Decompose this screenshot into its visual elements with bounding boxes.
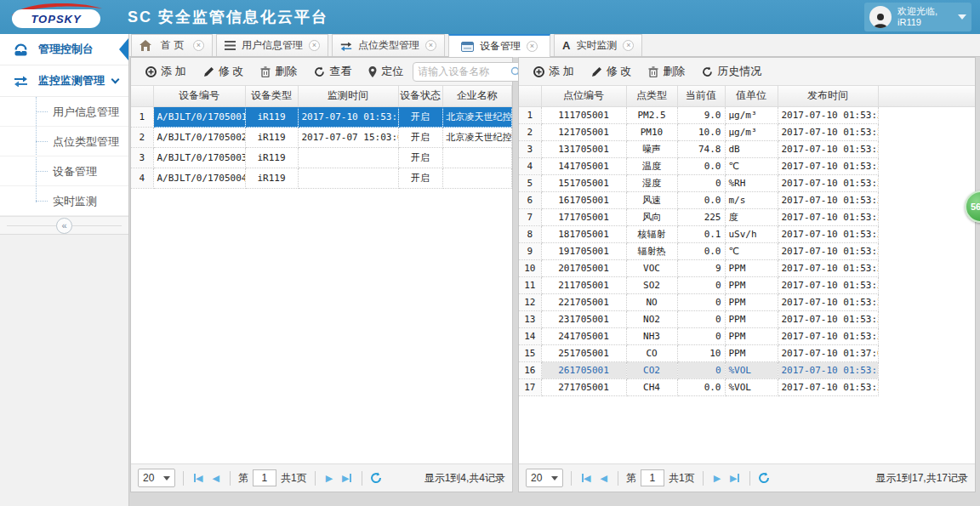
col-company[interactable]: 企业名称 (442, 86, 512, 106)
page-size-select[interactable]: 20 (526, 469, 563, 487)
point-panel: 添 加 修 改 删除 历史情况 (518, 57, 976, 492)
first-page-button[interactable]: ◀ (579, 473, 593, 484)
sidebar-item-monitor-mgmt[interactable]: 监控监测管理 (0, 65, 128, 97)
sidebar-item-realtime[interactable]: 实时监测 (0, 186, 128, 216)
table-row[interactable]: 13231705001NO20PPM2017-07-10 01:53:22 (519, 310, 975, 327)
last-page-button[interactable]: ▶ (727, 473, 741, 484)
table-row[interactable]: 17271705001CH40.0%VOL2017-07-10 01:53:21 (519, 378, 975, 395)
user-menu[interactable]: 欢迎光临, iR119 (864, 3, 971, 31)
table-row[interactable]: 5151705001湿度0%RH2017-07-10 01:53:22 (519, 174, 975, 191)
table-row[interactable]: 4141705001温度0.0℃2017-07-10 01:53:22 (519, 157, 975, 174)
col-current-value[interactable]: 当前值 (677, 86, 725, 106)
button-label: 添 加 (161, 64, 186, 79)
button-label: 删除 (663, 64, 685, 79)
list-icon (225, 41, 236, 50)
close-icon[interactable]: × (623, 40, 634, 51)
col-unit[interactable]: 值单位 (725, 86, 778, 106)
table-cell: %VOL (725, 361, 778, 378)
sidebar: 管理控制台 监控监测管理 用户信息管理 点位类型管理 设备管理 实时监测 « (0, 34, 129, 506)
delete-button[interactable]: 删除 (641, 60, 692, 82)
history-button[interactable]: 历史情况 (694, 60, 769, 82)
view-button[interactable]: 查看 (306, 60, 359, 82)
tab-point-type[interactable]: 点位类型管理 × (332, 34, 445, 56)
avatar (869, 6, 892, 28)
next-page-button[interactable]: ▶ (711, 473, 723, 484)
table-row[interactable]: 3131705001噪声74.8dB2017-07-10 01:53:22 (519, 140, 975, 157)
table-cell: 131705001 (541, 140, 626, 157)
page-number-input[interactable] (253, 469, 276, 486)
table-row[interactable]: 8181705001核辐射0.1uSv/h2017-07-10 01:53:21 (519, 225, 975, 242)
table-cell: 2017-07-10 01:53:21 (778, 208, 878, 225)
locate-button[interactable]: 定位 (361, 60, 411, 82)
col-monitor-time[interactable]: 监测时间 (298, 86, 398, 106)
table-row[interactable]: 11211705001SO20PPM2017-07-10 01:53:22 (519, 276, 975, 293)
table-cell: iR119 (245, 147, 298, 168)
col-point-type[interactable]: 点类型 (626, 86, 677, 106)
col-device-status[interactable]: 设备状态 (398, 86, 442, 106)
table-cell: 0.0 (677, 157, 725, 174)
add-button[interactable]: 添 加 (526, 60, 582, 82)
last-page-button[interactable]: ▶ (339, 473, 353, 484)
close-icon[interactable]: × (309, 40, 320, 51)
table-cell: 2017-07-10 01:53:21 (778, 123, 878, 140)
first-page-button[interactable]: ◀ (191, 473, 205, 484)
search-input[interactable] (418, 65, 510, 77)
table-row[interactable]: 4A/BJLT/0/1705004iR119开启 (131, 168, 512, 188)
sidebar-collapse-strip[interactable]: « (0, 216, 128, 235)
table-cell: 2017-07-10 01:53:22 (778, 361, 878, 378)
col-device-id[interactable]: 设备编号 (153, 86, 245, 106)
col-publish-time[interactable]: 发布时间 (778, 86, 878, 106)
delete-button[interactable]: 删除 (253, 60, 305, 82)
refresh-button[interactable] (370, 472, 382, 484)
table-cell: %RH (725, 174, 778, 191)
collapse-icon[interactable]: « (56, 218, 72, 234)
page-size-select[interactable]: 20 (138, 469, 175, 487)
tab-user-info[interactable]: 用户信息管理 × (216, 34, 328, 56)
tab-realtime[interactable]: A 实时监测 × (554, 34, 642, 56)
row-number: 16 (519, 361, 541, 378)
next-page-button[interactable]: ▶ (323, 473, 335, 484)
dashboard-icon (14, 43, 28, 57)
prev-page-button[interactable]: ◀ (597, 473, 609, 484)
table-row[interactable]: 15251705001CO10PPM2017-07-10 01:37:01 (519, 344, 975, 361)
table-row[interactable]: 3A/BJLT/0/1705003iR119开启 (131, 147, 512, 168)
refresh-button[interactable] (758, 472, 770, 484)
table-cell: 191705001 (541, 242, 626, 259)
col-device-type[interactable]: 设备类型 (245, 86, 298, 106)
table-cell: CO (626, 344, 677, 361)
table-row[interactable]: 9191705001辐射热0.0℃2017-07-10 01:53:21 (519, 242, 975, 259)
close-icon[interactable]: × (425, 40, 436, 51)
table-row[interactable]: 7171705001风向225度2017-07-10 01:53:21 (519, 208, 975, 225)
table-row[interactable]: 12221705001NO0PPM2017-07-10 01:53:21 (519, 293, 975, 310)
col-point-id[interactable]: 点位编号 (541, 86, 626, 106)
table-row[interactable]: 6161705001风速0.0m/s2017-07-10 01:53:21 (519, 191, 975, 208)
close-icon[interactable]: × (527, 41, 538, 52)
table-row[interactable]: 16261705001CO20%VOL2017-07-10 01:53:22 (519, 361, 975, 378)
table-row[interactable]: 1111705001PM2.59.0μg/m³2017-07-10 01:53:… (519, 106, 975, 123)
sidebar-item-console[interactable]: 管理控制台 (0, 34, 128, 65)
table-cell: A/BJLT/0/1705004 (153, 168, 245, 188)
close-icon[interactable]: × (193, 40, 204, 51)
tab-home[interactable]: 首 页 × (131, 34, 213, 56)
table-row[interactable]: 14241705001NH30PPM2017-07-10 01:53:21 (519, 327, 975, 344)
table-row[interactable]: 10201705001VOC9PPM2017-07-10 01:53:22 (519, 259, 975, 276)
table-row[interactable]: 2121705001PM1010.0μg/m³2017-07-10 01:53:… (519, 123, 975, 140)
prev-page-button[interactable]: ◀ (209, 473, 221, 484)
edit-button[interactable]: 修 改 (584, 60, 640, 82)
tab-label: 用户信息管理 (242, 38, 303, 53)
button-label: 添 加 (549, 64, 574, 79)
table-cell: 2017-07-10 01:53:22 (778, 310, 878, 327)
page-number-input[interactable] (641, 469, 664, 486)
table-row[interactable]: 1A/BJLT/0/1705001iR1192017-07-10 01:53:2… (131, 106, 512, 127)
table-cell: 开启 (398, 106, 442, 127)
button-label: 修 改 (219, 64, 244, 79)
table-row[interactable]: 2A/BJLT/0/1705002iR1192017-07-07 15:03:0… (131, 127, 512, 147)
table-cell: iR119 (245, 127, 298, 147)
tab-device-mgmt[interactable]: 设备管理 × (448, 34, 550, 57)
edit-button[interactable]: 修 改 (196, 60, 252, 82)
sidebar-item-user-info[interactable]: 用户信息管理 (0, 97, 128, 127)
sidebar-item-device-mgmt[interactable]: 设备管理 (0, 156, 128, 186)
row-number: 2 (519, 123, 541, 140)
add-button[interactable]: 添 加 (138, 60, 194, 82)
sidebar-item-point-type[interactable]: 点位类型管理 (0, 127, 128, 156)
